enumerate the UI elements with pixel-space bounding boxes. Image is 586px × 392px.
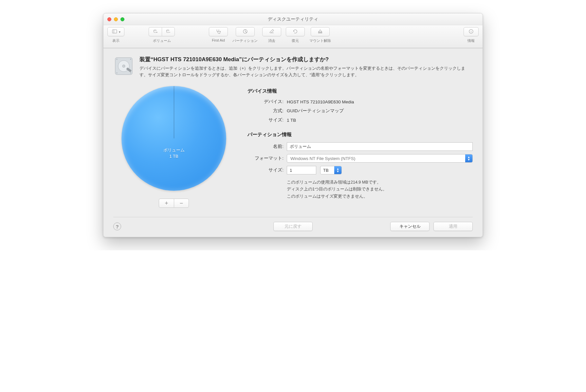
unmount-button[interactable] (311, 27, 330, 36)
size-unit-select[interactable]: TB ▲▼ (320, 166, 342, 174)
info-icon (468, 28, 474, 35)
internal-disk-icon (113, 56, 134, 78)
cancel-button[interactable]: キャンセル (390, 222, 430, 231)
toolbar-label-partition: パーティション (232, 38, 258, 43)
sheet-heading: 装置“HGST HTS 721010A9E630 Media”にパーティションを… (139, 56, 473, 63)
format-select[interactable]: Windows NT File System (NTFS) ▲▼ (287, 154, 473, 163)
restore-arrow-icon (292, 28, 298, 35)
select-arrows-icon: ▲▼ (334, 166, 341, 174)
partition-pie-chart[interactable]: ボリューム 1 TB (121, 86, 226, 191)
toolbar-label-erase: 消去 (268, 38, 275, 43)
close-window-button[interactable] (107, 17, 111, 21)
svg-point-22 (130, 73, 131, 74)
psize-label: サイズ: (247, 167, 284, 173)
volume-plus-icon (153, 29, 158, 35)
device-label: デバイス: (247, 99, 284, 105)
toolbar-label-info: 情報 (467, 38, 475, 43)
toolbar-label-restore: 復元 (292, 38, 299, 43)
scheme-value: GUIDパーティションマップ (287, 108, 344, 114)
stethoscope-icon (215, 28, 221, 35)
svg-point-21 (117, 73, 118, 74)
zoom-window-button[interactable] (120, 17, 124, 21)
name-label: 名前: (247, 144, 284, 150)
svg-point-2 (154, 30, 156, 31)
devsize-label: サイズ: (247, 117, 284, 123)
device-value: HGST HTS 721010A9E630 Media (287, 99, 354, 104)
titlebar: ディスクユーティリティ (103, 13, 483, 25)
toolbar-label-unmount: マウント解除 (309, 38, 331, 43)
partition-sheet: 装置“HGST HTS 721010A9E630 Media”にパーティションを… (103, 48, 483, 237)
svg-point-20 (130, 59, 131, 60)
device-info-heading: デバイス情報 (247, 88, 473, 94)
partition-button[interactable] (236, 27, 255, 36)
svg-rect-11 (319, 32, 322, 33)
toolbar-label-volume: ボリューム (153, 38, 171, 43)
pie-slice-size: 1 TB (121, 153, 226, 160)
revert-button[interactable]: 元に戻す (273, 222, 313, 231)
remove-partition-button[interactable]: − (174, 199, 189, 208)
eject-icon (317, 28, 323, 35)
remove-volume-button[interactable] (162, 27, 175, 36)
scheme-label: 方式: (247, 108, 284, 114)
apply-button[interactable]: 適用 (433, 222, 473, 231)
partition-hints: このボリュームの使用済み領域は214.9 MBです。 ディスク上の1つ目のボリュ… (287, 179, 473, 200)
restore-button[interactable] (286, 27, 305, 36)
svg-rect-0 (112, 29, 117, 33)
eraser-icon (269, 28, 275, 35)
window-title: ディスクユーティリティ (103, 16, 483, 22)
svg-point-17 (122, 65, 125, 67)
devsize-value: 1 TB (287, 118, 296, 123)
add-volume-button[interactable] (149, 27, 162, 36)
minimize-window-button[interactable] (114, 17, 118, 21)
pie-slice-label: ボリューム 1 TB (121, 147, 226, 160)
info-button[interactable] (464, 27, 479, 36)
partition-size-input[interactable] (287, 166, 316, 174)
hint-no-resize: このボリュームはサイズ変更できません。 (287, 193, 473, 200)
format-select-value: Windows NT File System (NTFS) (290, 156, 356, 161)
svg-point-5 (167, 30, 169, 31)
pie-icon (242, 28, 248, 35)
svg-marker-10 (319, 29, 322, 32)
sheet-subtext: デバイスにパーティションを追加するときは、追加（+）をクリックします。パーティシ… (139, 65, 473, 78)
hint-usage: このボリュームの使用済み領域は214.9 MBです。 (287, 179, 473, 186)
volume-minus-icon (166, 29, 171, 35)
erase-button[interactable] (262, 27, 281, 36)
view-mode-button[interactable]: ▾ (107, 27, 124, 36)
toolbar-label-firstaid: First Aid (212, 38, 225, 42)
window-controls (107, 17, 124, 21)
format-label: フォーマット: (247, 155, 284, 161)
select-arrows-icon: ▲▼ (465, 154, 472, 162)
svg-point-7 (220, 31, 221, 32)
size-unit-value: TB (323, 168, 329, 173)
hint-first-volume: ディスク上の1つ目のボリュームは削除できません。 (287, 186, 473, 193)
sidebar-toggle-icon (112, 28, 118, 35)
svg-point-14 (471, 30, 471, 30)
pie-slice-name: ボリューム (121, 147, 226, 153)
add-partition-button[interactable]: + (159, 199, 174, 208)
svg-point-19 (117, 59, 118, 60)
toolbar-label-view: 表示 (112, 38, 119, 43)
disk-utility-window: ディスクユーティリティ ▾ 表示 (103, 13, 483, 237)
partition-name-input[interactable] (287, 142, 473, 151)
chevron-down-icon: ▾ (119, 30, 120, 34)
first-aid-button[interactable] (209, 27, 228, 36)
toolbar: ▾ 表示 ボリューム (103, 25, 483, 48)
partition-info-heading: パーティション情報 (247, 132, 473, 138)
help-button[interactable]: ? (113, 223, 121, 230)
